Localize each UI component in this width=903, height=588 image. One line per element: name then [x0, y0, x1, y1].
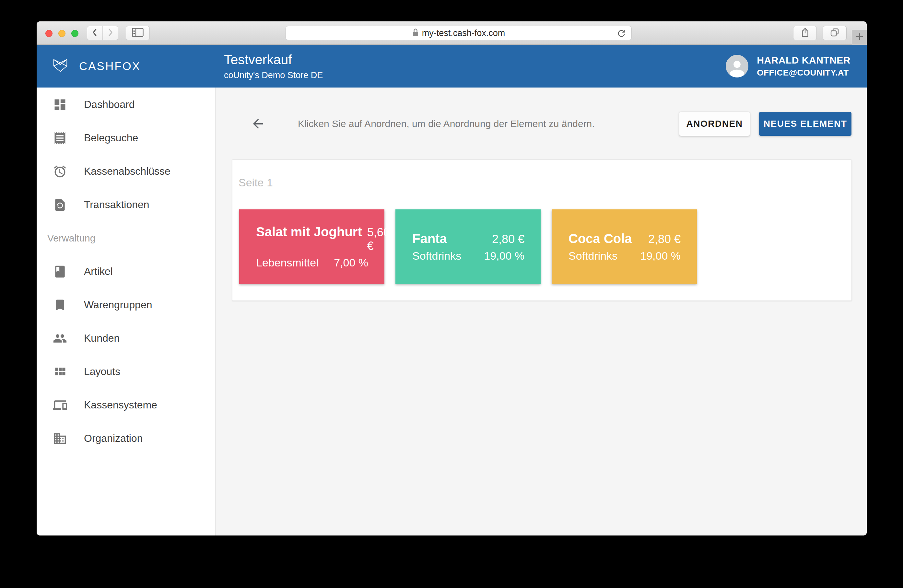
card-tax: 19,00 %	[484, 250, 524, 262]
card-tax: 7,00 %	[334, 256, 368, 269]
grid-module-icon	[53, 365, 67, 379]
card-price: 2,80 €	[492, 233, 524, 246]
window-zoom-button[interactable]	[71, 30, 79, 37]
window-minimize-button[interactable]	[58, 30, 66, 37]
sidebar-toggle-icon	[132, 28, 143, 38]
card-tax: 19,00 %	[640, 250, 681, 262]
sidebar-item-kunden[interactable]: Kunden	[37, 322, 215, 355]
sidebar-item-warengruppen[interactable]: Warengruppen	[37, 288, 215, 322]
user-text: HARALD KANTNER OFFICE@COUNITY.AT	[757, 55, 851, 78]
page-title-block: Testverkauf coUnity's Demo Store DE	[216, 52, 323, 80]
sidebar-item-artikel[interactable]: Artikel	[37, 255, 215, 288]
bookmark-icon	[53, 298, 67, 312]
lock-icon	[412, 28, 419, 38]
toolbar: Klicken Sie auf Anordnen, um die Anordnu…	[216, 112, 867, 136]
people-icon	[53, 331, 67, 346]
card-name: Salat mit Joghurt	[256, 225, 362, 239]
chevron-right-icon	[108, 28, 113, 38]
tab-overview-button[interactable]	[823, 26, 846, 40]
person-icon	[727, 57, 747, 77]
product-card-fanta[interactable]: Fanta 2,80 € Softdrinks 19,00 %	[395, 209, 541, 284]
sidebar-item-belegsuche[interactable]: Belegsuche	[37, 121, 215, 155]
sidebar-toggle-button[interactable]	[126, 26, 150, 40]
sidebar-item-kassensysteme[interactable]: Kassensysteme	[37, 388, 215, 422]
card-price: 5,60 €	[367, 226, 390, 253]
product-card-salat-mit-joghurt[interactable]: Salat mit Joghurt 5,60 € Lebensmittel 7,…	[239, 209, 384, 284]
card-price: 2,80 €	[648, 233, 681, 246]
card-category: Softdrinks	[412, 250, 484, 262]
arrange-button[interactable]: ANORDNEN	[680, 112, 750, 136]
browser-forward-button[interactable]	[103, 26, 118, 40]
dashboard-icon	[53, 97, 67, 112]
brand-name: CASHFOX	[79, 60, 141, 72]
share-icon	[801, 28, 809, 39]
sidebar-item-transaktionen[interactable]: Transaktionen	[37, 188, 215, 222]
arrow-back-icon[interactable]	[250, 116, 266, 131]
reload-icon[interactable]	[617, 28, 626, 39]
building-icon	[53, 431, 67, 446]
page-subtitle: coUnity's Demo Store DE	[224, 70, 323, 80]
sidebar-item-organization[interactable]: Organization	[37, 422, 215, 455]
app-body: Dashboard Belegsuche Kassenabschlüsse	[37, 88, 867, 536]
alarm-clock-icon	[53, 164, 67, 179]
plus-icon	[855, 32, 864, 42]
main-content: Klicken Sie auf Anordnen, um die Anordnu…	[216, 88, 867, 536]
chevron-left-icon	[92, 28, 97, 38]
receipt-icon	[53, 131, 67, 145]
product-card-coca-cola[interactable]: Coca Cola 2,80 € Softdrinks 19,00 %	[552, 209, 697, 284]
card-name: Fanta	[412, 231, 487, 246]
window-close-button[interactable]	[46, 30, 52, 37]
card-category: Lebensmittel	[256, 256, 334, 269]
user-name: HARALD KANTNER	[757, 55, 851, 66]
brand[interactable]: CASHFOX	[37, 59, 216, 74]
desktop-background: my-test.cash-fox.com	[0, 0, 903, 588]
browser-back-button[interactable]	[87, 26, 102, 40]
layout-page-panel: Seite 1 Salat mit Joghurt 5,60 € Lebensm…	[232, 159, 852, 301]
share-button[interactable]	[793, 26, 817, 40]
card-list: Salat mit Joghurt 5,60 € Lebensmittel 7,…	[239, 209, 697, 284]
tab-overview-icon	[830, 28, 839, 38]
avatar	[726, 55, 749, 77]
page-label: Seite 1	[239, 176, 273, 189]
sidebar-item-dashboard[interactable]: Dashboard	[37, 88, 215, 121]
fox-logo-icon	[53, 59, 68, 74]
browser-titlebar: my-test.cash-fox.com	[37, 21, 867, 45]
browser-window: my-test.cash-fox.com	[37, 21, 867, 536]
sidebar-section-verwaltung: Verwaltung	[37, 222, 215, 255]
address-bar[interactable]: my-test.cash-fox.com	[286, 26, 632, 40]
new-tab-button[interactable]	[852, 30, 867, 45]
user-email: OFFICE@COUNITY.AT	[757, 68, 851, 78]
new-element-button[interactable]: NEUES ELEMENT	[759, 112, 851, 136]
page-title: Testverkauf	[224, 52, 323, 68]
sidebar-item-layouts[interactable]: Layouts	[37, 355, 215, 388]
url-text: my-test.cash-fox.com	[422, 28, 505, 38]
book-bookmark-icon	[53, 264, 67, 279]
user-menu[interactable]: HARALD KANTNER OFFICE@COUNITY.AT	[726, 55, 867, 78]
card-name: Coca Cola	[568, 231, 643, 246]
card-category: Softdrinks	[568, 250, 640, 262]
restore-page-icon	[53, 198, 67, 212]
devices-icon	[53, 398, 67, 412]
arrange-hint-text: Klicken Sie auf Anordnen, um die Anordnu…	[298, 118, 595, 129]
sidebar-item-kassenabschluesse[interactable]: Kassenabschlüsse	[37, 155, 215, 188]
sidebar: Dashboard Belegsuche Kassenabschlüsse	[37, 88, 216, 536]
app-header: CASHFOX Testverkauf coUnity's Demo Store…	[37, 45, 867, 88]
